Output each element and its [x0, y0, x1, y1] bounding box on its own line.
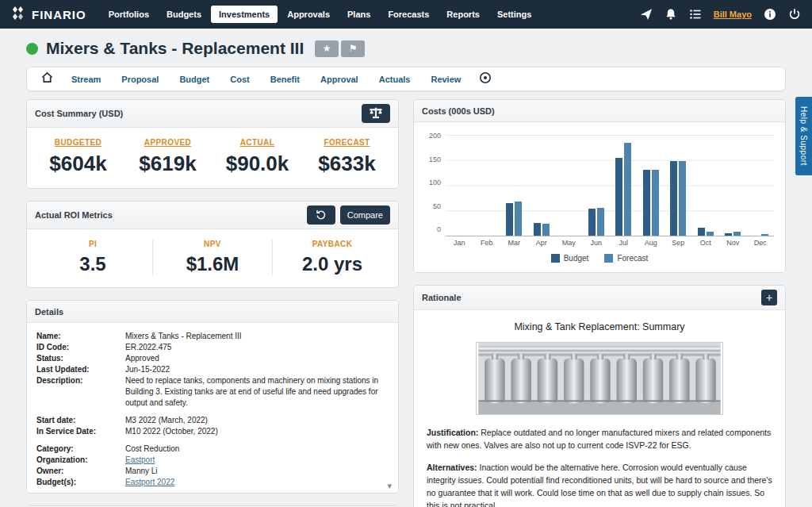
bar-budget-nov: [725, 233, 732, 236]
legend-swatch-budget: [551, 254, 560, 263]
bar-group-may: [555, 135, 583, 236]
tab-review[interactable]: Review: [420, 70, 471, 89]
chevron-down-icon[interactable]: ▾: [387, 481, 392, 491]
topbar: FINARIO Portfolios Budgets Investments A…: [0, 0, 812, 29]
metric-payback: PAYBACK 2.0 yrs: [272, 240, 392, 275]
chart-plot: [446, 135, 774, 236]
bar-budget-jun: [588, 209, 596, 236]
bar-group-jun: [583, 135, 611, 236]
bar-forecast-dec: [761, 234, 768, 236]
bar-budget-sep: [670, 161, 677, 236]
power-icon[interactable]: [788, 8, 801, 21]
target-icon: [479, 71, 492, 87]
bar-forecast-mar: [515, 202, 522, 236]
bar-group-jul: [610, 135, 638, 236]
nav-item-reports[interactable]: Reports: [439, 6, 488, 23]
nav-item-approvals[interactable]: Approvals: [279, 6, 338, 23]
brand[interactable]: FINARIO: [11, 6, 86, 24]
chart-y-axis: 200150100500: [425, 132, 446, 233]
legend-swatch-forecast: [604, 254, 613, 263]
tab-actuals[interactable]: Actuals: [369, 70, 421, 89]
metric-forecast: FORECAST $633k: [302, 138, 392, 176]
star-button[interactable]: ★: [315, 40, 339, 57]
bar-group-apr: [528, 135, 556, 236]
x-tick-jan: Jan: [446, 239, 473, 247]
nav-item-investments[interactable]: Investments: [211, 6, 278, 23]
bar-group-dec: [747, 135, 775, 236]
bar-budget-oct: [698, 228, 705, 236]
detail-row-id-code: ID Code: ER.2022.475: [36, 342, 389, 353]
compare-button[interactable]: Compare: [340, 205, 390, 225]
metric-budgeted: BUDGETED $604k: [33, 138, 123, 176]
title-row: Mixers & Tanks - Replacement III ★ ⚑: [26, 39, 786, 58]
history-button[interactable]: [307, 205, 335, 225]
metric-approved: APPROVED $619k: [123, 138, 213, 176]
roi-card: Actual ROI Metrics Compare: [26, 201, 399, 288]
detail-row-budgets: Budget(s): Eastport 2022: [36, 477, 389, 488]
nav-item-portfolios[interactable]: Portfolios: [101, 6, 157, 23]
costs-chart: 200150100500 JanFebMarAprMayJunJulAugSep…: [414, 122, 785, 272]
cost-summary-card: Cost Summary (USD): [26, 99, 399, 189]
cost-settings-button[interactable]: [362, 104, 390, 123]
x-tick-oct: Oct: [692, 239, 720, 247]
chart-legend: Budget Forecast: [425, 254, 774, 263]
y-tick-100: 100: [429, 179, 441, 186]
page: Mixers & Tanks - Replacement III ★ ⚑ Str…: [0, 39, 812, 507]
detail-row-category: Category: Cost Reduction: [36, 444, 389, 455]
bar-forecast-sep: [679, 161, 686, 236]
bar-budget-jul: [615, 158, 622, 236]
bar-budget-aug: [643, 170, 650, 236]
tab-stream[interactable]: Stream: [61, 70, 111, 89]
bar-group-mar: [500, 135, 528, 236]
tab-proposal[interactable]: Proposal: [111, 70, 169, 89]
nav-item-settings[interactable]: Settings: [489, 6, 539, 23]
y-tick-200: 200: [429, 132, 441, 140]
cost-summary-title: Cost Summary (USD): [35, 109, 123, 118]
roi-metrics: PI 3.5 NPV $1.6M PAYBACK 2.0 yrs: [27, 229, 398, 287]
info-icon[interactable]: [764, 8, 776, 21]
detail-row-status: Status: Approved: [36, 353, 389, 364]
details-header: Details: [27, 301, 398, 323]
left-column: Cost Summary (USD): [26, 99, 399, 507]
expand-button[interactable]: +: [761, 290, 777, 305]
rationale-title: Rationale: [422, 293, 462, 302]
bar-forecast-apr: [542, 224, 550, 236]
list-icon[interactable]: [689, 8, 702, 21]
detail-row-last-updated: Last Updated: Jun-15-2022: [36, 364, 389, 375]
x-tick-jun: Jun: [583, 239, 611, 247]
metric-pi: PI 3.5: [33, 240, 152, 275]
x-tick-nov: Nov: [719, 239, 747, 247]
y-tick-0: 0: [437, 225, 441, 233]
bar-forecast-jun: [597, 208, 604, 236]
tab-benefit[interactable]: Benefit: [260, 70, 310, 89]
chart-x-axis: JanFebMarAprMayJunJulAugSepOctNovDec: [446, 239, 774, 247]
bell-icon[interactable]: [665, 8, 677, 21]
budgets-link[interactable]: Eastport 2022: [125, 477, 389, 488]
detail-row-start-date: Start date: M3 2022 (March, 2022): [36, 415, 389, 426]
user-link[interactable]: Bill Mayo: [714, 10, 752, 19]
bar-group-feb: [473, 135, 501, 236]
flag-button[interactable]: ⚑: [341, 40, 365, 57]
details-body: Name: Mixers & Tanks - Replacement III I…: [27, 323, 398, 493]
rationale-alternatives: Alternatives: Inaction would be the alte…: [427, 461, 772, 507]
nav-item-plans[interactable]: Plans: [339, 6, 378, 23]
help-support-tab[interactable]: Help & Support: [795, 97, 812, 175]
tab-home[interactable]: [33, 68, 61, 90]
rationale-image: [427, 342, 772, 415]
rationale-header: Rationale +: [414, 286, 785, 310]
bar-forecast-oct: [707, 232, 714, 236]
tab-target[interactable]: [471, 68, 500, 90]
x-tick-apr: Apr: [528, 239, 556, 247]
bar-group-oct: [692, 135, 720, 236]
detail-row-name: Name: Mixers & Tanks - Replacement III: [36, 331, 389, 342]
send-icon[interactable]: [640, 8, 653, 21]
nav-item-forecasts[interactable]: Forecasts: [380, 6, 437, 23]
tab-approval[interactable]: Approval: [310, 70, 369, 89]
nav-item-budgets[interactable]: Budgets: [159, 6, 209, 23]
tab-cost[interactable]: Cost: [220, 70, 259, 89]
tabbar: Stream Proposal Budget Cost Benefit Appr…: [26, 67, 786, 91]
tab-budget[interactable]: Budget: [169, 70, 220, 89]
organization-link[interactable]: Eastport: [125, 455, 389, 466]
x-tick-mar: Mar: [500, 239, 528, 247]
right-column: Costs (000s USD) 200150100500 JanFebMarA…: [413, 99, 786, 507]
